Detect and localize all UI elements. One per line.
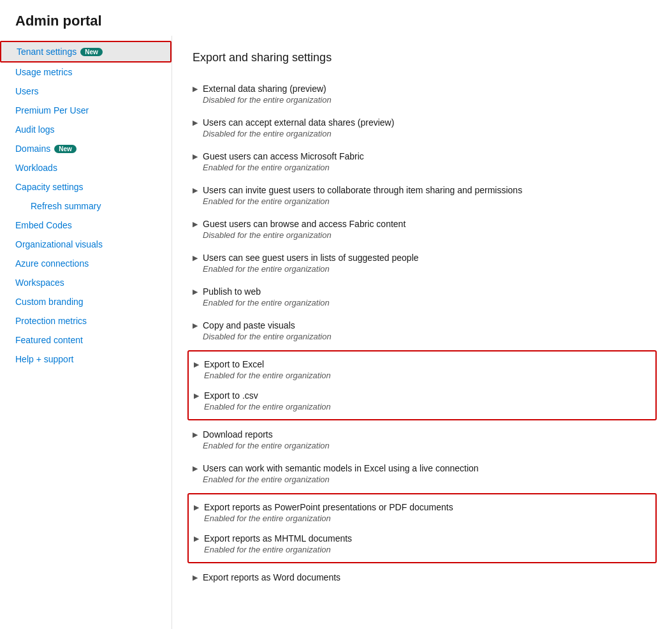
setting-status-guest-browse-fabric: Disabled for the entire organization — [203, 230, 405, 240]
chevron-icon[interactable]: ▶ — [193, 322, 198, 330]
main-content: Export and sharing settings ▶External da… — [172, 36, 672, 629]
sidebar-item-label: Users — [15, 86, 39, 96]
sidebar-item-label: Custom branding — [15, 297, 84, 307]
setting-label-export-excel: Export to Excel — [204, 359, 331, 369]
badge-new: New — [80, 48, 103, 56]
setting-status-users-accept-external: Disabled for the entire organization — [203, 129, 394, 138]
setting-item-download-reports: ▶Download reportsEnabled for the entire … — [193, 423, 652, 457]
sidebar-item-tenant-settings[interactable]: Tenant settingsNew — [0, 41, 172, 63]
highlight-group-group2: ▶Export reports as PowerPoint presentati… — [187, 493, 657, 563]
sidebar-item-capacity-settings[interactable]: Capacity settings — [0, 177, 172, 196]
chevron-icon[interactable]: ▶ — [193, 152, 198, 161]
section-title: Export and sharing settings — [193, 51, 652, 64]
chevron-icon[interactable]: ▶ — [194, 360, 199, 369]
setting-label-external-data-sharing: External data sharing (preview) — [203, 84, 332, 94]
setting-status-semantic-models-excel: Enabled for the entire organization — [203, 475, 479, 484]
setting-item-external-data-sharing: ▶External data sharing (preview)Disabled… — [193, 77, 652, 111]
chevron-icon[interactable]: ▶ — [193, 431, 198, 439]
chevron-icon[interactable]: ▶ — [193, 119, 198, 127]
sidebar-item-label: Tenant settings — [17, 47, 77, 57]
sidebar-item-label: Workspaces — [15, 278, 64, 288]
setting-label-export-csv: Export to .csv — [204, 390, 331, 401]
sidebar-item-label: Audit logs — [15, 124, 54, 135]
setting-status-export-powerpoint-pdf: Enabled for the entire organization — [204, 514, 453, 523]
sidebar-item-custom-branding[interactable]: Custom branding — [0, 292, 172, 311]
setting-item-semantic-models-excel: ▶Users can work with semantic models in … — [193, 457, 652, 491]
sidebar-item-azure-connections[interactable]: Azure connections — [0, 254, 172, 273]
sidebar-item-organizational-visuals[interactable]: Organizational visuals — [0, 235, 172, 254]
sidebar-item-domains[interactable]: DomainsNew — [0, 139, 172, 158]
sidebar-item-refresh-summary[interactable]: Refresh summary — [0, 196, 172, 216]
setting-status-export-mhtml: Enabled for the entire organization — [204, 545, 352, 554]
setting-label-guest-users-fabric: Guest users can access Microsoft Fabric — [203, 151, 364, 161]
sidebar-item-usage-metrics[interactable]: Usage metrics — [0, 63, 172, 82]
chevron-icon[interactable]: ▶ — [193, 288, 198, 296]
setting-status-export-excel: Enabled for the entire organization — [204, 371, 331, 380]
setting-item-export-excel: ▶Export to ExcelEnabled for the entire o… — [194, 354, 650, 385]
setting-label-export-mhtml: Export reports as MHTML documents — [204, 533, 352, 544]
chevron-icon[interactable]: ▶ — [194, 503, 199, 512]
sidebar-item-label: Capacity settings — [15, 182, 84, 192]
chevron-icon[interactable]: ▶ — [194, 392, 199, 400]
setting-status-publish-to-web: Enabled for the entire organization — [203, 298, 330, 307]
sidebar-item-help-support[interactable]: Help + support — [0, 350, 172, 369]
sidebar-item-premium-per-user[interactable]: Premium Per User — [0, 101, 172, 120]
sidebar-item-label: Embed Codes — [15, 220, 72, 230]
sidebar-item-users[interactable]: Users — [0, 82, 172, 101]
setting-status-guest-users-fabric: Enabled for the entire organization — [203, 163, 364, 172]
chevron-icon[interactable]: ▶ — [193, 464, 198, 473]
sidebar: Tenant settingsNewUsage metricsUsersPrem… — [0, 36, 172, 629]
setting-status-external-data-sharing: Disabled for the entire organization — [203, 95, 332, 105]
highlight-group-group1: ▶Export to ExcelEnabled for the entire o… — [187, 350, 657, 420]
sidebar-item-protection-metrics[interactable]: Protection metrics — [0, 311, 172, 330]
setting-label-guest-browse-fabric: Guest users can browse and access Fabric… — [203, 219, 405, 229]
badge-new: New — [54, 145, 77, 153]
chevron-icon[interactable]: ▶ — [193, 85, 198, 93]
page-title: Admin portal — [0, 0, 672, 36]
sidebar-item-label: Usage metrics — [15, 67, 72, 77]
setting-label-users-accept-external: Users can accept external data shares (p… — [203, 117, 394, 128]
setting-item-export-powerpoint-pdf: ▶Export reports as PowerPoint presentati… — [194, 497, 650, 528]
setting-label-publish-to-web: Publish to web — [203, 286, 330, 297]
setting-item-copy-paste-visuals: ▶Copy and paste visualsDisabled for the … — [193, 314, 652, 348]
setting-status-download-reports: Enabled for the entire organization — [203, 441, 330, 450]
sidebar-item-label: Domains — [15, 144, 50, 154]
sidebar-item-label: Help + support — [15, 354, 73, 364]
setting-label-users-see-guest: Users can see guest users in lists of su… — [203, 253, 419, 263]
sidebar-item-featured-content[interactable]: Featured content — [0, 330, 172, 350]
sidebar-item-label: Protection metrics — [15, 316, 87, 326]
sidebar-item-label: Refresh summary — [31, 201, 101, 211]
setting-item-users-see-guest: ▶Users can see guest users in lists of s… — [193, 246, 652, 280]
chevron-icon[interactable]: ▶ — [193, 220, 198, 228]
setting-label-copy-paste-visuals: Copy and paste visuals — [203, 320, 332, 330]
setting-item-publish-to-web: ▶Publish to webEnabled for the entire or… — [193, 280, 652, 314]
setting-status-users-see-guest: Enabled for the entire organization — [203, 264, 419, 274]
setting-label-export-powerpoint-pdf: Export reports as PowerPoint presentatio… — [204, 502, 453, 512]
settings-list: ▶External data sharing (preview)Disabled… — [193, 77, 652, 589]
chevron-icon[interactable]: ▶ — [194, 535, 199, 543]
setting-label-semantic-models-excel: Users can work with semantic models in E… — [203, 463, 479, 473]
setting-item-guest-users-fabric: ▶Guest users can access Microsoft Fabric… — [193, 145, 652, 179]
sidebar-item-workspaces[interactable]: Workspaces — [0, 273, 172, 292]
sidebar-item-embed-codes[interactable]: Embed Codes — [0, 216, 172, 235]
sidebar-item-label: Premium Per User — [15, 105, 89, 115]
chevron-icon[interactable]: ▶ — [193, 186, 198, 195]
sidebar-item-label: Workloads — [15, 163, 57, 173]
sidebar-item-workloads[interactable]: Workloads — [0, 158, 172, 177]
setting-label-users-invite-guest: Users can invite guest users to collabor… — [203, 185, 522, 195]
setting-status-export-csv: Enabled for the entire organization — [204, 402, 331, 411]
setting-item-users-invite-guest: ▶Users can invite guest users to collabo… — [193, 179, 652, 212]
chevron-icon[interactable]: ▶ — [193, 574, 198, 582]
setting-label-download-reports: Download reports — [203, 429, 330, 440]
sidebar-item-audit-logs[interactable]: Audit logs — [0, 120, 172, 139]
setting-status-copy-paste-visuals: Disabled for the entire organization — [203, 332, 332, 341]
sidebar-item-label: Featured content — [15, 335, 83, 345]
setting-item-export-csv: ▶Export to .csvEnabled for the entire or… — [194, 385, 650, 417]
setting-item-guest-browse-fabric: ▶Guest users can browse and access Fabri… — [193, 212, 652, 246]
setting-item-users-accept-external: ▶Users can accept external data shares (… — [193, 111, 652, 145]
chevron-icon[interactable]: ▶ — [193, 254, 198, 262]
sidebar-item-label: Organizational visuals — [15, 239, 103, 249]
sidebar-item-label: Azure connections — [15, 258, 89, 269]
setting-item-export-word: ▶Export reports as Word documents — [193, 566, 652, 589]
setting-label-export-word: Export reports as Word documents — [203, 572, 340, 582]
